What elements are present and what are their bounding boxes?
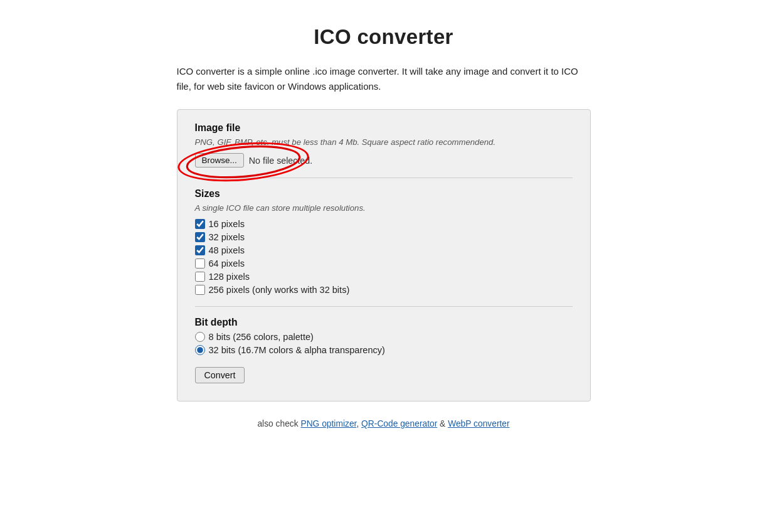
bit-depth-32-label: 32 bits (16.7M colors & alpha transparen… [209, 345, 385, 355]
footer-sep1: , [356, 419, 359, 428]
size-64-checkbox[interactable] [195, 258, 205, 269]
footer-text-and: & [440, 419, 448, 428]
qr-code-link[interactable]: QR-Code generator [361, 419, 437, 428]
size-16-checkbox[interactable] [195, 219, 205, 229]
size-256-checkbox[interactable] [195, 285, 205, 295]
size-16-label: 16 pixels [209, 219, 245, 229]
bit-depth-32-row: 32 bits (16.7M colors & alpha transparen… [195, 345, 573, 355]
page-title: ICO converter [177, 25, 591, 49]
bit-depth-section: Bit depth 8 bits (256 colors, palette) 3… [195, 317, 573, 355]
size-256-label: 256 pixels (only works with 32 bits) [209, 285, 350, 295]
size-128: 128 pixels [195, 272, 573, 282]
png-optimizer-link[interactable]: PNG optimizer [300, 419, 356, 428]
image-file-hint: PNG, GIF, BMP, etc. must be less than 4 … [195, 137, 573, 147]
page-description: ICO converter is a simple online .ico im… [177, 64, 591, 94]
size-48-checkbox[interactable] [195, 245, 205, 255]
no-file-text: No file selected. [249, 156, 312, 166]
size-32-checkbox[interactable] [195, 232, 205, 242]
size-256: 256 pixels (only works with 32 bits) [195, 285, 573, 295]
page-wrapper: ICO converter ICO converter is a simple … [164, 0, 603, 466]
size-32: 32 pixels [195, 232, 573, 242]
footer-links: also check PNG optimizer, QR-Code genera… [177, 419, 591, 428]
size-32-label: 32 pixels [209, 232, 245, 242]
bit-depth-8-label: 8 bits (256 colors, palette) [209, 332, 314, 342]
form-panel: Image file PNG, GIF, BMP, etc. must be l… [177, 109, 591, 402]
sizes-hint: A single ICO file can store multiple res… [195, 203, 573, 213]
size-48-label: 48 pixels [209, 245, 245, 255]
bit-depth-32-radio[interactable] [195, 345, 205, 355]
size-64-label: 64 pixels [209, 258, 245, 269]
sizes-section: Sizes A single ICO file can store multip… [195, 188, 573, 295]
browse-button[interactable]: Browse... [195, 153, 244, 168]
bit-depth-8-radio[interactable] [195, 332, 205, 342]
divider-1 [195, 178, 573, 178]
sizes-label: Sizes [195, 188, 573, 200]
webp-converter-link[interactable]: WebP converter [448, 419, 509, 428]
size-16: 16 pixels [195, 219, 573, 229]
size-128-label: 128 pixels [209, 272, 250, 282]
footer-text-before: also check [257, 419, 298, 428]
image-file-label: Image file [195, 122, 573, 134]
size-64: 64 pixels [195, 258, 573, 269]
convert-button[interactable]: Convert [195, 367, 245, 383]
file-input-row: Browse... No file selected. [195, 153, 573, 168]
size-128-checkbox[interactable] [195, 272, 205, 282]
bit-depth-8-row: 8 bits (256 colors, palette) [195, 332, 573, 342]
size-48: 48 pixels [195, 245, 573, 255]
divider-2 [195, 306, 573, 307]
bit-depth-label: Bit depth [195, 317, 573, 328]
